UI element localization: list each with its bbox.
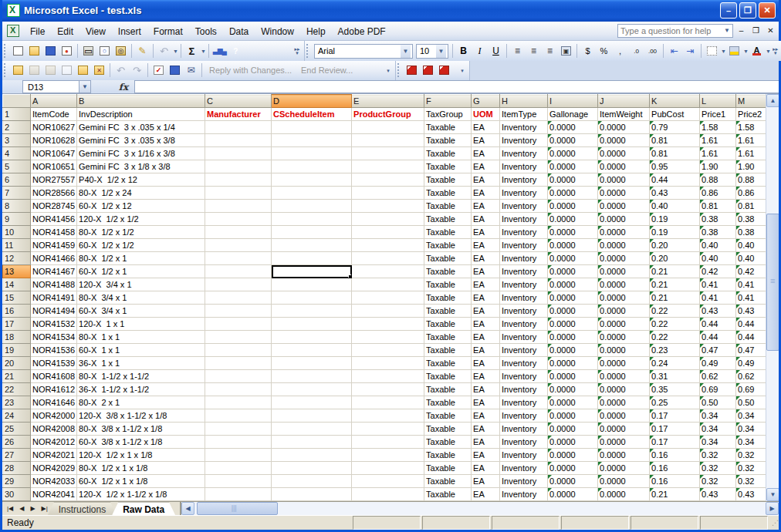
cell-I11[interactable]: 0.0000 <box>548 239 598 252</box>
cell-K14[interactable]: 0.21 <box>650 278 700 291</box>
cell-D20[interactable] <box>272 357 352 370</box>
cell-B3[interactable]: Gemini FC 3 x .035 x 3/8 <box>77 134 205 147</box>
percent-icon[interactable]: % <box>597 44 611 58</box>
cell-A29[interactable]: NOR42033 <box>31 475 77 488</box>
cell-J14[interactable]: 0.0000 <box>598 278 650 291</box>
cell-K19[interactable]: 0.23 <box>650 344 700 357</box>
cell-K24[interactable]: 0.17 <box>650 409 700 423</box>
cell-L15[interactable]: 0.41 <box>700 291 736 305</box>
cell-B26[interactable]: 60-X 3/8 x 1-1/2 x 1/8 <box>77 436 205 449</box>
cell-F28[interactable]: Taxable <box>424 462 472 475</box>
cell-D12[interactable] <box>272 252 352 265</box>
cell-E20[interactable] <box>352 357 424 370</box>
reply-with-changes-button[interactable]: Reply with Changes... <box>205 66 296 75</box>
cell-A25[interactable]: NOR42008 <box>31 423 77 436</box>
cell-D18[interactable] <box>272 331 352 344</box>
cell-A27[interactable]: NOR42021 <box>31 449 77 462</box>
cell-L26[interactable]: 0.34 <box>700 436 736 449</box>
cell-I30[interactable]: 0.0000 <box>548 488 598 501</box>
cell-I24[interactable]: 0.0000 <box>548 409 598 423</box>
column-header-D[interactable]: D <box>272 95 352 108</box>
new-comment-icon[interactable] <box>11 63 25 77</box>
cell-A3[interactable]: NOR10628 <box>31 134 77 147</box>
cell-B14[interactable]: 120-X 3/4 x 1 <box>77 278 205 291</box>
cell-J30[interactable]: 0.0000 <box>598 488 650 501</box>
cell-A19[interactable]: NOR41536 <box>31 344 77 357</box>
cell-D15[interactable] <box>272 291 352 305</box>
cell-I20[interactable]: 0.0000 <box>548 357 598 370</box>
cell-K16[interactable]: 0.22 <box>650 305 700 318</box>
menu-item-edit[interactable]: Edit <box>51 24 79 39</box>
research-icon[interactable]: ◎ <box>113 44 128 58</box>
cell-G9[interactable]: EA <box>472 213 500 226</box>
cell-B23[interactable]: 80-X 2 x 1 <box>77 396 205 409</box>
cell-K7[interactable]: 0.43 <box>650 187 700 200</box>
cell-E10[interactable] <box>352 226 424 239</box>
cell-C2[interactable] <box>205 121 272 134</box>
cell-M10[interactable]: 0.38 <box>736 226 767 239</box>
cell-C6[interactable] <box>205 173 272 187</box>
show-all-comments-icon[interactable] <box>76 63 90 77</box>
cell-G18[interactable]: EA <box>472 331 500 344</box>
cell-F2[interactable]: Taxable <box>424 121 472 134</box>
cell-J12[interactable]: 0.0000 <box>598 252 650 265</box>
cell-H18[interactable]: Inventory <box>500 331 548 344</box>
cell-B25[interactable]: 80-X 3/8 x 1-1/2 x 1/8 <box>77 423 205 436</box>
cell-C4[interactable] <box>205 147 272 160</box>
menu-item-window[interactable]: Window <box>255 24 300 39</box>
cell-H21[interactable]: Inventory <box>500 370 548 383</box>
cell-F23[interactable]: Taxable <box>424 396 472 409</box>
cell-H7[interactable]: Inventory <box>500 187 548 200</box>
cell-H11[interactable]: Inventory <box>500 239 548 252</box>
undo-dropdown-icon[interactable]: ▼ <box>173 49 178 54</box>
cell-A8[interactable]: NOR28745 <box>31 200 77 213</box>
row-header-22[interactable]: 22 <box>3 383 31 396</box>
permission-icon[interactable]: ● <box>59 44 74 58</box>
cell-G10[interactable]: EA <box>472 226 500 239</box>
scroll-right-icon[interactable]: ▶ <box>766 502 779 515</box>
toolbar-options-icon[interactable]: ▸▸▾ <box>292 47 302 55</box>
cell-J11[interactable]: 0.0000 <box>598 239 650 252</box>
cell-L6[interactable]: 0.88 <box>700 173 736 187</box>
new-document-icon[interactable] <box>11 44 25 58</box>
cell-L17[interactable]: 0.44 <box>700 318 736 331</box>
cell-L25[interactable]: 0.34 <box>700 423 736 436</box>
cell-L11[interactable]: 0.40 <box>700 239 736 252</box>
cell-D28[interactable] <box>272 462 352 475</box>
cell-J5[interactable]: 0.0000 <box>598 160 650 173</box>
increase-indent-icon[interactable]: ⇥ <box>683 44 698 58</box>
cell-D24[interactable] <box>272 409 352 423</box>
cell-E19[interactable] <box>352 344 424 357</box>
cell-D25[interactable] <box>272 423 352 436</box>
cell-M11[interactable]: 0.40 <box>736 239 767 252</box>
end-review-button[interactable]: End Review... <box>296 66 357 75</box>
row-header-16[interactable]: 16 <box>3 305 31 318</box>
cell-D6[interactable] <box>272 173 352 187</box>
vertical-scrollbar[interactable]: ▲ ▼ <box>766 94 779 501</box>
cell-C3[interactable] <box>205 134 272 147</box>
cell-F30[interactable]: Taxable <box>424 488 472 501</box>
cell-C19[interactable] <box>205 344 272 357</box>
workbook-icon[interactable] <box>7 25 19 37</box>
cell-B1[interactable]: InvDescription <box>77 108 205 121</box>
cell-F22[interactable]: Taxable <box>424 383 472 396</box>
cell-J4[interactable]: 0.0000 <box>598 147 650 160</box>
update-file-icon[interactable] <box>167 63 182 77</box>
help-icon[interactable]: ? <box>228 44 243 58</box>
cell-A17[interactable]: NOR41532 <box>31 318 77 331</box>
cell-J28[interactable]: 0.0000 <box>598 462 650 475</box>
cell-H2[interactable]: Inventory <box>500 121 548 134</box>
cell-F26[interactable]: Taxable <box>424 436 472 449</box>
column-header-C[interactable]: C <box>205 95 272 108</box>
cell-B6[interactable]: P40-X 1/2 x 12 <box>77 173 205 187</box>
cell-H9[interactable]: Inventory <box>500 213 548 226</box>
cell-D8[interactable] <box>272 200 352 213</box>
autosum-dropdown-icon[interactable]: ▼ <box>201 49 206 54</box>
cell-C9[interactable] <box>205 213 272 226</box>
cell-D16[interactable] <box>272 305 352 318</box>
cell-I16[interactable]: 0.0000 <box>548 305 598 318</box>
cell-B5[interactable]: Gemini FC 3 x 1/8 x 3/8 <box>77 160 205 173</box>
cell-H25[interactable]: Inventory <box>500 423 548 436</box>
cell-M3[interactable]: 1.61 <box>736 134 767 147</box>
cell-D3[interactable] <box>272 134 352 147</box>
